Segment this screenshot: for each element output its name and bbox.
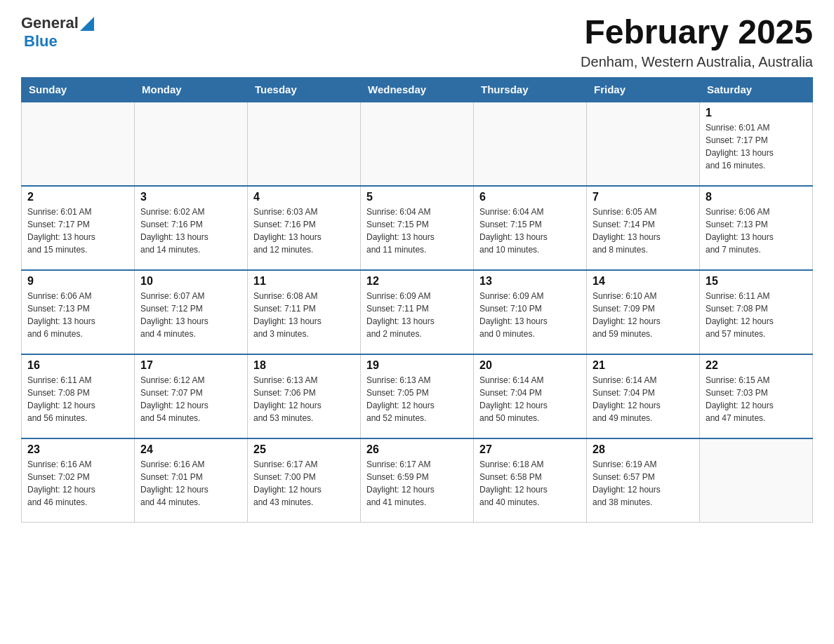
calendar-cell: 13Sunrise: 6:09 AM Sunset: 7:10 PM Dayli… xyxy=(474,270,587,354)
day-number: 17 xyxy=(140,359,241,372)
day-number: 13 xyxy=(479,275,581,288)
week-row-4: 16Sunrise: 6:11 AM Sunset: 7:08 PM Dayli… xyxy=(22,354,813,438)
weekday-header-sunday: Sunday xyxy=(22,77,135,102)
calendar-cell: 25Sunrise: 6:17 AM Sunset: 7:00 PM Dayli… xyxy=(248,438,361,523)
calendar-cell: 16Sunrise: 6:11 AM Sunset: 7:08 PM Dayli… xyxy=(22,354,135,438)
calendar-cell: 9Sunrise: 6:06 AM Sunset: 7:13 PM Daylig… xyxy=(22,270,135,354)
day-info: Sunrise: 6:01 AM Sunset: 7:17 PM Dayligh… xyxy=(27,206,128,256)
location-title: Denham, Western Australia, Australia xyxy=(581,54,813,70)
day-info: Sunrise: 6:13 AM Sunset: 7:05 PM Dayligh… xyxy=(366,374,468,424)
weekday-header-monday: Monday xyxy=(135,77,248,102)
week-row-3: 9Sunrise: 6:06 AM Sunset: 7:13 PM Daylig… xyxy=(22,270,813,354)
day-info: Sunrise: 6:16 AM Sunset: 7:02 PM Dayligh… xyxy=(27,458,128,509)
svg-marker-0 xyxy=(80,17,94,31)
day-number: 20 xyxy=(479,359,581,372)
day-info: Sunrise: 6:14 AM Sunset: 7:04 PM Dayligh… xyxy=(479,374,581,424)
day-info: Sunrise: 6:05 AM Sunset: 7:14 PM Dayligh… xyxy=(593,206,694,256)
calendar-cell: 7Sunrise: 6:05 AM Sunset: 7:14 PM Daylig… xyxy=(587,186,700,270)
calendar-cell: 18Sunrise: 6:13 AM Sunset: 7:06 PM Dayli… xyxy=(248,354,361,438)
calendar-cell: 4Sunrise: 6:03 AM Sunset: 7:16 PM Daylig… xyxy=(248,186,361,270)
day-number: 4 xyxy=(253,191,355,203)
day-info: Sunrise: 6:06 AM Sunset: 7:13 PM Dayligh… xyxy=(706,206,807,256)
day-number: 10 xyxy=(140,275,241,288)
day-info: Sunrise: 6:15 AM Sunset: 7:03 PM Dayligh… xyxy=(706,374,807,424)
day-number: 24 xyxy=(140,443,241,456)
calendar-cell: 27Sunrise: 6:18 AM Sunset: 6:58 PM Dayli… xyxy=(474,438,587,523)
day-info: Sunrise: 6:17 AM Sunset: 7:00 PM Dayligh… xyxy=(253,458,355,509)
calendar-table: SundayMondayTuesdayWednesdayThursdayFrid… xyxy=(21,77,813,523)
calendar-cell: 17Sunrise: 6:12 AM Sunset: 7:07 PM Dayli… xyxy=(135,354,248,438)
day-info: Sunrise: 6:19 AM Sunset: 6:57 PM Dayligh… xyxy=(593,458,694,509)
day-number: 28 xyxy=(593,443,694,456)
day-info: Sunrise: 6:04 AM Sunset: 7:15 PM Dayligh… xyxy=(479,206,581,256)
day-info: Sunrise: 6:09 AM Sunset: 7:10 PM Dayligh… xyxy=(479,290,581,340)
day-info: Sunrise: 6:03 AM Sunset: 7:16 PM Dayligh… xyxy=(253,206,355,256)
calendar-cell: 11Sunrise: 6:08 AM Sunset: 7:11 PM Dayli… xyxy=(248,270,361,354)
day-number: 15 xyxy=(706,275,807,288)
calendar-cell xyxy=(700,438,813,523)
calendar-cell: 23Sunrise: 6:16 AM Sunset: 7:02 PM Dayli… xyxy=(22,438,135,523)
day-info: Sunrise: 6:08 AM Sunset: 7:11 PM Dayligh… xyxy=(253,290,355,340)
day-number: 12 xyxy=(366,275,468,288)
day-info: Sunrise: 6:18 AM Sunset: 6:58 PM Dayligh… xyxy=(479,458,581,509)
day-number: 26 xyxy=(366,443,468,456)
day-number: 21 xyxy=(593,359,694,372)
day-number: 18 xyxy=(253,359,355,372)
day-info: Sunrise: 6:02 AM Sunset: 7:16 PM Dayligh… xyxy=(140,206,241,256)
day-info: Sunrise: 6:10 AM Sunset: 7:09 PM Dayligh… xyxy=(593,290,694,340)
day-info: Sunrise: 6:13 AM Sunset: 7:06 PM Dayligh… xyxy=(253,374,355,424)
calendar-cell: 24Sunrise: 6:16 AM Sunset: 7:01 PM Dayli… xyxy=(135,438,248,523)
day-info: Sunrise: 6:07 AM Sunset: 7:12 PM Dayligh… xyxy=(140,290,241,340)
calendar-cell xyxy=(22,102,135,186)
calendar-cell: 14Sunrise: 6:10 AM Sunset: 7:09 PM Dayli… xyxy=(587,270,700,354)
day-info: Sunrise: 6:04 AM Sunset: 7:15 PM Dayligh… xyxy=(366,206,468,256)
weekday-header-tuesday: Tuesday xyxy=(248,77,361,102)
week-row-5: 23Sunrise: 6:16 AM Sunset: 7:02 PM Dayli… xyxy=(22,438,813,523)
day-number: 5 xyxy=(366,191,468,203)
logo-blue: Blue xyxy=(24,32,58,51)
day-number: 11 xyxy=(253,275,355,288)
day-info: Sunrise: 6:14 AM Sunset: 7:04 PM Dayligh… xyxy=(593,374,694,424)
calendar-cell: 28Sunrise: 6:19 AM Sunset: 6:57 PM Dayli… xyxy=(587,438,700,523)
month-title: February 2025 xyxy=(581,14,813,51)
calendar-cell: 3Sunrise: 6:02 AM Sunset: 7:16 PM Daylig… xyxy=(135,186,248,270)
day-info: Sunrise: 6:11 AM Sunset: 7:08 PM Dayligh… xyxy=(706,290,807,340)
calendar-cell xyxy=(587,102,700,186)
day-number: 22 xyxy=(706,359,807,372)
calendar-cell: 20Sunrise: 6:14 AM Sunset: 7:04 PM Dayli… xyxy=(474,354,587,438)
calendar-cell: 5Sunrise: 6:04 AM Sunset: 7:15 PM Daylig… xyxy=(361,186,474,270)
calendar-cell: 1Sunrise: 6:01 AM Sunset: 7:17 PM Daylig… xyxy=(700,102,813,186)
weekday-header-wednesday: Wednesday xyxy=(361,77,474,102)
logo-general: General xyxy=(21,14,79,32)
day-number: 16 xyxy=(27,359,128,372)
calendar-cell xyxy=(135,102,248,186)
day-info: Sunrise: 6:01 AM Sunset: 7:17 PM Dayligh… xyxy=(706,121,807,172)
calendar-cell: 22Sunrise: 6:15 AM Sunset: 7:03 PM Dayli… xyxy=(700,354,813,438)
day-number: 1 xyxy=(706,107,807,119)
calendar-cell: 26Sunrise: 6:17 AM Sunset: 6:59 PM Dayli… xyxy=(361,438,474,523)
day-number: 6 xyxy=(479,191,581,203)
calendar-cell: 10Sunrise: 6:07 AM Sunset: 7:12 PM Dayli… xyxy=(135,270,248,354)
day-number: 25 xyxy=(253,443,355,456)
day-info: Sunrise: 6:09 AM Sunset: 7:11 PM Dayligh… xyxy=(366,290,468,340)
day-info: Sunrise: 6:12 AM Sunset: 7:07 PM Dayligh… xyxy=(140,374,241,424)
day-number: 8 xyxy=(706,191,807,203)
day-number: 23 xyxy=(27,443,128,456)
weekday-header-friday: Friday xyxy=(587,77,700,102)
weekday-header-thursday: Thursday xyxy=(474,77,587,102)
calendar-cell: 21Sunrise: 6:14 AM Sunset: 7:04 PM Dayli… xyxy=(587,354,700,438)
day-info: Sunrise: 6:16 AM Sunset: 7:01 PM Dayligh… xyxy=(140,458,241,509)
weekday-header-row: SundayMondayTuesdayWednesdayThursdayFrid… xyxy=(22,77,813,102)
calendar-cell: 12Sunrise: 6:09 AM Sunset: 7:11 PM Dayli… xyxy=(361,270,474,354)
title-block: February 2025 Denham, Western Australia,… xyxy=(581,14,813,70)
day-number: 2 xyxy=(27,191,128,203)
page-header: General Blue February 2025 Denham, Weste… xyxy=(21,14,813,70)
calendar-cell: 2Sunrise: 6:01 AM Sunset: 7:17 PM Daylig… xyxy=(22,186,135,270)
day-number: 27 xyxy=(479,443,581,456)
day-info: Sunrise: 6:17 AM Sunset: 6:59 PM Dayligh… xyxy=(366,458,468,509)
day-number: 19 xyxy=(366,359,468,372)
day-number: 3 xyxy=(140,191,241,203)
logo: General Blue xyxy=(21,14,94,51)
calendar-cell: 15Sunrise: 6:11 AM Sunset: 7:08 PM Dayli… xyxy=(700,270,813,354)
calendar-cell xyxy=(248,102,361,186)
